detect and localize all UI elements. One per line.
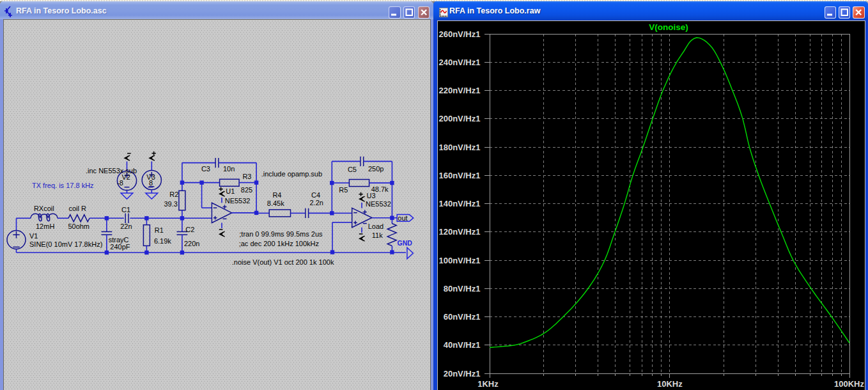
svg-text:180nV/Hz1: 180nV/Hz1 — [438, 143, 480, 152]
svg-text:C1: C1 — [121, 206, 130, 214]
svg-text:.noise V(out) V1 oct 200 1k 10: .noise V(out) V1 oct 200 1k 100k — [232, 258, 334, 266]
svg-text:8.45k: 8.45k — [267, 199, 284, 207]
svg-text:240pF: 240pF — [110, 243, 130, 251]
svg-text:50ohm: 50ohm — [68, 222, 89, 230]
svg-text:U1: U1 — [226, 187, 235, 195]
svg-text:U3: U3 — [367, 192, 376, 199]
svg-text:R2: R2 — [169, 191, 178, 198]
svg-text:R3: R3 — [242, 173, 251, 180]
svg-text:100KHz: 100KHz — [834, 379, 864, 389]
svg-text:2.2n: 2.2n — [310, 199, 323, 207]
svg-text:250p: 250p — [368, 165, 384, 173]
svg-text:TX freq. is 17.8 kHz: TX freq. is 17.8 kHz — [32, 182, 94, 189]
svg-text:39.3: 39.3 — [164, 200, 178, 208]
svg-text:120nV/Hz1: 120nV/Hz1 — [438, 227, 480, 237]
svg-text:;ac dec 200 1kHz 100kHz: ;ac dec 200 1kHz 100kHz — [239, 240, 319, 247]
svg-text:12mH: 12mH — [36, 222, 54, 230]
svg-text:8: 8 — [149, 179, 153, 187]
svg-text:C5: C5 — [348, 166, 357, 173]
svg-text:out: out — [398, 214, 407, 222]
svg-text:10KHz: 10KHz — [657, 379, 683, 389]
svg-text:160nV/Hz1: 160nV/Hz1 — [438, 171, 480, 180]
svg-text:-8: -8 — [117, 179, 123, 187]
svg-text:140nV/Hz1: 140nV/Hz1 — [438, 199, 480, 208]
svg-text:R1: R1 — [155, 226, 164, 234]
svg-text:C2: C2 — [185, 226, 194, 233]
svg-text:6.19k: 6.19k — [154, 237, 171, 245]
svg-text:NE5532: NE5532 — [366, 200, 391, 208]
svg-text:SINE(0 10mV 17.8kHz): SINE(0 10mV 17.8kHz) — [29, 240, 102, 248]
svg-text:RXcoil: RXcoil — [34, 205, 54, 212]
svg-text:240nV/Hz1: 240nV/Hz1 — [438, 58, 480, 67]
svg-text:20nV/Hz1: 20nV/Hz1 — [444, 369, 481, 378]
svg-text:60nV/Hz1: 60nV/Hz1 — [444, 312, 481, 322]
svg-text:220nV/Hz1: 220nV/Hz1 — [438, 86, 480, 95]
svg-text:40nV/Hz1: 40nV/Hz1 — [444, 340, 481, 350]
svg-text:260nV/Hz1: 260nV/Hz1 — [438, 29, 480, 39]
svg-text:1KHz: 1KHz — [477, 379, 499, 389]
svg-text:22n: 22n — [120, 222, 132, 230]
svg-text:100nV/Hz1: 100nV/Hz1 — [438, 256, 480, 265]
svg-text:Load: Load — [368, 222, 384, 230]
svg-text:NE5532: NE5532 — [225, 197, 251, 205]
svg-text:825: 825 — [241, 186, 252, 194]
svg-text:11k: 11k — [372, 231, 383, 239]
svg-text:R4: R4 — [272, 191, 281, 199]
svg-text:80nV/Hz1: 80nV/Hz1 — [444, 284, 481, 293]
svg-text:V1: V1 — [29, 232, 38, 240]
svg-text:C4: C4 — [311, 191, 320, 199]
svg-text:V(onoise): V(onoise) — [649, 22, 688, 32]
svg-text:200nV/Hz1: 200nV/Hz1 — [438, 114, 480, 123]
svg-text:10n: 10n — [223, 165, 235, 173]
svg-text:R5: R5 — [339, 186, 348, 194]
svg-text:coil R: coil R — [69, 205, 87, 212]
svg-text:;tran 0 99.9ms 99.5ms 2us: ;tran 0 99.9ms 99.5ms 2us — [239, 230, 323, 238]
svg-text:.include opamp.sub: .include opamp.sub — [261, 170, 322, 178]
svg-text:C3: C3 — [201, 165, 210, 173]
svg-text:GND: GND — [398, 239, 413, 247]
svg-text:220n: 220n — [184, 240, 199, 247]
